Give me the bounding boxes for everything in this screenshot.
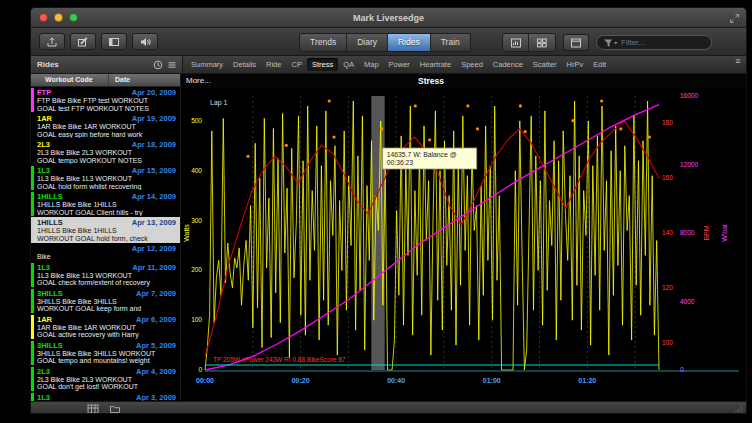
workout-date: Apr 3, 2009 — [136, 393, 176, 402]
workout-code: 3HILLS — [37, 289, 63, 298]
view-tab-trends[interactable]: Trends — [300, 34, 347, 51]
close-window-button[interactable] — [39, 13, 48, 22]
workout-date: Apr 5, 2009 — [136, 341, 176, 350]
chart-tab-strip: Rides SummaryDetailsRideCPStressQAMapPow… — [31, 56, 746, 74]
tab-scatter[interactable]: Scatter — [528, 58, 562, 71]
status-bar — [31, 401, 746, 414]
stress-chart[interactable]: 00:0000:2000:4001:0001:20010020030040050… — [181, 88, 746, 401]
workout-date: Apr 4, 2009 — [136, 367, 176, 376]
ride-list-item[interactable]: 2L3Apr 4, 20092L3 Bike Bike 2L3 WORKOUTG… — [31, 366, 180, 392]
edit-ride-button[interactable] — [70, 33, 96, 50]
clock-icon[interactable] — [153, 60, 163, 70]
window-layout-button[interactable] — [563, 34, 589, 51]
fullscreen-icon[interactable] — [729, 13, 740, 24]
sidebar-title: Rides — [37, 60, 149, 69]
tab-heartrate[interactable]: Heartrate — [415, 58, 456, 71]
workout-description: GOAL tempo WORKOUT NOTES — [37, 157, 176, 165]
ride-list-item[interactable]: Apr 12, 2009Bike — [31, 243, 180, 262]
more-link[interactable]: More... — [186, 76, 211, 85]
sidebar-menu-icon[interactable] — [167, 60, 177, 70]
selection-band[interactable] — [371, 96, 384, 370]
peak-marker — [519, 104, 522, 107]
ride-list-item[interactable]: 1L3Apr 3, 2009 — [31, 392, 180, 402]
tab-cp[interactable]: CP — [286, 58, 306, 71]
peak-marker — [619, 127, 622, 130]
tab-qa[interactable]: QA — [338, 58, 359, 71]
ride-list-item[interactable]: 1L3Apr 15, 20091L3 Bike Bike 1L3 WORKOUT… — [31, 165, 180, 191]
title-bar[interactable]: Mark Liversedge — [31, 8, 746, 28]
upload-ride-button[interactable] — [39, 33, 65, 50]
bpm-tick-label: 140 — [662, 229, 673, 236]
chart-pane-button[interactable] — [503, 34, 529, 51]
tab-map[interactable]: Map — [359, 58, 384, 71]
tab-ride[interactable]: Ride — [261, 58, 286, 71]
wbal-tick-label: 4000 — [680, 298, 695, 305]
ride-list-item[interactable]: 3HILLSApr 5, 20093HILLS Bike Bike 3HILLS… — [31, 340, 180, 366]
watts-tick-label: 500 — [191, 117, 202, 124]
column-date[interactable]: Date — [108, 74, 180, 86]
ride-list-item[interactable]: 1HILLSApr 14, 20091HILLS Bike Bike 1HILL… — [31, 191, 180, 217]
tab-power[interactable]: Power — [384, 58, 415, 71]
peak-marker — [476, 127, 479, 130]
ride-list-item[interactable]: 3HILLSApr 7, 20093HILLS Bike Bike 3HILLS… — [31, 288, 180, 314]
ride-list-item[interactable]: 2L3Apr 18, 20092L3 Bike Bike 2L3 WORKOUT… — [31, 139, 180, 165]
tiled-view-button[interactable] — [529, 34, 555, 51]
view-switcher: TrendsDiaryRidesTrain — [299, 33, 471, 52]
lap-label: Lap 1 — [210, 99, 228, 107]
x-tick-label: 01:20 — [578, 377, 596, 384]
wbal-axis-title: W'bal — [721, 224, 728, 242]
tabs-menu-icon[interactable]: ≡ — [730, 56, 746, 73]
window-controls — [39, 13, 78, 22]
rides-sidebar: Workout Code Date FTPApr 20, 2009FTP Bik… — [31, 74, 181, 401]
column-workout-code[interactable]: Workout Code — [31, 74, 108, 86]
peak-marker — [524, 130, 527, 133]
zoom-window-button[interactable] — [69, 13, 78, 22]
x-tick-label: 00:40 — [387, 377, 405, 384]
ride-list-item[interactable]: 1ARApr 6, 20091AR Bike Bike 1AR WORKOUTG… — [31, 314, 180, 340]
workout-description: GOAL easy spin before hard work — [37, 131, 176, 139]
ride-list-item[interactable]: 1HILLSApr 13, 20091HILLS Bike Bike 1HILL… — [31, 217, 180, 243]
mute-button[interactable] — [132, 33, 158, 50]
upload-icon — [46, 36, 58, 48]
watts-tick-label: 0 — [198, 366, 202, 373]
table-view-icon[interactable] — [87, 403, 99, 414]
workout-description: GOAL test FTP WORKOUT NOTES — [37, 105, 176, 113]
tiles-icon — [536, 37, 548, 49]
tab-details[interactable]: Details — [228, 58, 261, 71]
bpm-axis-title: BPM — [703, 225, 710, 240]
view-tab-diary[interactable]: Diary — [347, 34, 388, 51]
workout-description: 1HILLS Bike Bike 1HILLS — [37, 201, 176, 209]
tab-hrpv[interactable]: HrPv — [562, 58, 589, 71]
workout-description: Bike — [37, 253, 176, 261]
peak-marker — [332, 136, 335, 139]
analysis-tabs: SummaryDetailsRideCPStressQAMapPowerHear… — [183, 56, 730, 73]
tab-cadence[interactable]: Cadence — [488, 58, 528, 71]
workout-description: 3HILLS Bike Bike 3HILLS — [37, 298, 176, 306]
ride-list-item[interactable]: FTPApr 20, 2009FTP Bike Bike FTP test WO… — [31, 87, 180, 113]
view-tab-train[interactable]: Train — [431, 34, 470, 51]
view-tab-rides[interactable]: Rides — [388, 34, 431, 51]
peak-marker — [571, 119, 574, 122]
filter-field[interactable] — [596, 35, 712, 50]
tooltip-line-1: 14635.7 W: Balance @ — [387, 151, 457, 158]
toolbar-right-buttons — [502, 33, 712, 52]
ride-list-column-header[interactable]: Workout Code Date — [31, 74, 180, 87]
wbal-tick-label: 0 — [680, 366, 684, 373]
compose-icon — [77, 36, 89, 48]
tab-edit[interactable]: Edit — [588, 58, 611, 71]
resize-grip[interactable] — [733, 403, 744, 414]
tab-speed[interactable]: Speed — [456, 58, 488, 71]
workout-description: GOAL tempo and mountains! weight — [37, 357, 176, 365]
watts-tick-label: 400 — [191, 167, 202, 174]
ride-list-item[interactable]: 1ARApr 19, 20091AR Bike Bike 1AR WORKOUT… — [31, 113, 180, 139]
folder-icon[interactable] — [109, 403, 121, 414]
tab-summary[interactable]: Summary — [186, 58, 228, 71]
ride-list-item[interactable]: 1L3Apr 11, 20091L3 Bike Bike 1L3 WORKOUT… — [31, 262, 180, 288]
sidebar-toggle-button[interactable] — [101, 33, 127, 50]
filter-input[interactable] — [621, 37, 707, 48]
tab-stress[interactable]: Stress — [307, 58, 338, 71]
workout-description: GOAL don't get lost! WORKOUT — [37, 383, 176, 391]
workout-code: 1HILLS — [37, 192, 63, 201]
workout-description: GOAL hold form whilst recovering — [37, 183, 176, 191]
minimize-window-button[interactable] — [54, 13, 63, 22]
